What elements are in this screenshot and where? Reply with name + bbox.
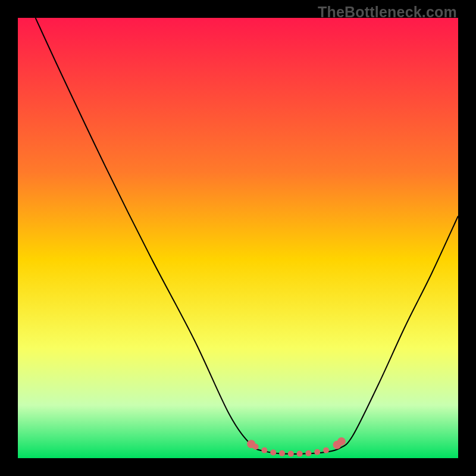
gradient-background — [18, 18, 458, 458]
trough-dot — [261, 447, 267, 453]
trough-dot — [297, 451, 303, 457]
trough-dot — [323, 447, 329, 453]
trough-dot — [253, 444, 259, 450]
trough-dot — [337, 437, 346, 446]
trough-dot — [314, 449, 320, 455]
trough-dot — [279, 450, 285, 456]
trough-dot — [270, 449, 276, 455]
trough-dot — [305, 450, 311, 456]
trough-dot — [288, 451, 294, 457]
chart-canvas — [18, 18, 458, 458]
outer-frame: TheBottleneck.com — [0, 0, 476, 476]
